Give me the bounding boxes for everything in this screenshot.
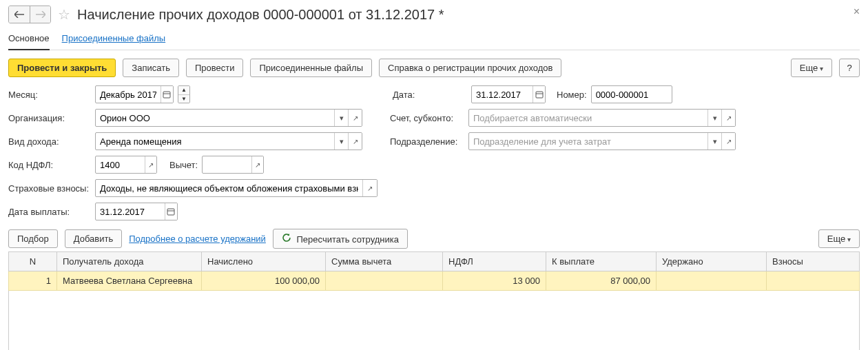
recalc-button[interactable]: Пересчитать сотрудника xyxy=(273,229,408,249)
ndfl-code-input[interactable] xyxy=(96,156,145,173)
number-label: Номер: xyxy=(557,90,587,100)
income-type-dropdown-button[interactable] xyxy=(334,133,348,150)
data-grid: N Получатель дохода Начислено Сумма выче… xyxy=(8,251,860,291)
month-label: Месяц: xyxy=(8,90,91,100)
month-input[interactable] xyxy=(96,86,161,103)
calendar-icon xyxy=(163,90,171,99)
svg-rect-4 xyxy=(167,209,174,215)
income-type-open-button[interactable] xyxy=(348,133,362,150)
pick-button[interactable]: Подбор xyxy=(8,229,58,248)
organization-input[interactable] xyxy=(96,110,334,126)
col-deduction[interactable]: Сумма вычета xyxy=(326,252,443,271)
month-up-button[interactable]: ▲ xyxy=(178,86,189,94)
income-type-label: Вид дохода: xyxy=(8,136,91,147)
cell-contrib xyxy=(767,271,860,291)
attached-files-button[interactable]: Присоединенные файлы xyxy=(250,59,372,77)
more-button[interactable]: Еще xyxy=(791,59,832,77)
svg-rect-2 xyxy=(536,92,543,98)
tab-main[interactable]: Основное xyxy=(8,30,50,50)
open-external-icon xyxy=(726,114,732,122)
cell-n: 1 xyxy=(9,271,57,291)
insurance-input[interactable] xyxy=(96,180,362,196)
certificate-button[interactable]: Справка о регистрации прочих доходов xyxy=(379,59,561,77)
ndfl-code-open-button[interactable] xyxy=(145,156,156,173)
table-row[interactable]: 1 Матвеева Светлана Сергеевна 100 000,00… xyxy=(9,271,860,291)
col-to-pay[interactable]: К выплате xyxy=(546,252,657,271)
open-external-icon xyxy=(726,137,732,145)
month-down-button[interactable]: ▼ xyxy=(178,94,189,103)
cell-to-pay: 87 000,00 xyxy=(546,271,657,291)
col-contrib[interactable]: Взносы xyxy=(767,252,860,271)
favorite-star-icon[interactable]: ☆ xyxy=(56,7,72,22)
organization-dropdown-button[interactable] xyxy=(334,110,348,126)
open-external-icon xyxy=(353,137,358,145)
department-open-button[interactable] xyxy=(721,133,735,150)
table-more-button[interactable]: Еще xyxy=(818,229,860,248)
date-calendar-button[interactable] xyxy=(533,86,545,103)
department-dropdown-button[interactable] xyxy=(707,133,721,150)
deduction-input[interactable] xyxy=(203,156,251,173)
col-recipient[interactable]: Получатель дохода xyxy=(57,252,202,271)
details-link[interactable]: Подробнее о расчете удержаний xyxy=(129,234,266,244)
pay-date-calendar-button[interactable] xyxy=(165,203,177,220)
svg-rect-0 xyxy=(163,92,170,98)
deduction-open-button[interactable] xyxy=(251,156,263,173)
organization-label: Организация: xyxy=(8,113,91,123)
department-label: Подразделение: xyxy=(390,136,464,147)
main-toolbar: Провести и закрыть Записать Провести При… xyxy=(8,59,860,77)
date-input[interactable] xyxy=(472,86,533,103)
account-dropdown-button[interactable] xyxy=(707,110,721,126)
pay-date-input[interactable] xyxy=(96,203,165,220)
insurance-label: Страховые взносы: xyxy=(8,183,91,194)
arrow-left-icon xyxy=(14,11,24,18)
close-button[interactable]: × xyxy=(854,6,860,18)
open-external-icon xyxy=(367,184,373,192)
income-type-input[interactable] xyxy=(96,133,334,150)
organization-open-button[interactable] xyxy=(348,110,362,126)
month-calendar-button[interactable] xyxy=(161,86,173,103)
tabs: Основное Присоединенные файлы xyxy=(8,26,860,50)
open-external-icon xyxy=(255,161,260,169)
table-toolbar: Подбор Добавить Подробнее о расчете удер… xyxy=(8,229,860,249)
open-external-icon xyxy=(148,161,154,169)
page-title: Начисление прочих доходов 0000-000001 от… xyxy=(77,7,444,23)
post-button[interactable]: Провести xyxy=(186,59,244,77)
nav-back-button[interactable] xyxy=(9,6,30,23)
refresh-icon xyxy=(282,233,291,243)
add-button[interactable]: Добавить xyxy=(65,229,122,248)
deduction-label: Вычет: xyxy=(169,160,198,170)
calendar-icon xyxy=(535,90,544,99)
help-button[interactable]: ? xyxy=(839,59,860,77)
grid-empty-area[interactable] xyxy=(8,291,860,350)
cell-withheld xyxy=(657,271,767,291)
insurance-open-button[interactable] xyxy=(362,180,377,196)
nav-forward-button[interactable] xyxy=(30,6,50,23)
recalc-label: Пересчитать сотрудника xyxy=(297,234,399,245)
col-n[interactable]: N xyxy=(9,252,57,271)
number-input[interactable] xyxy=(592,86,672,103)
account-open-button[interactable] xyxy=(721,110,735,126)
account-label: Счет, субконто: xyxy=(390,113,464,123)
month-spinner: ▲ ▼ xyxy=(178,85,190,103)
pay-date-label: Дата выплаты: xyxy=(8,207,91,217)
arrow-right-icon xyxy=(36,11,45,18)
department-input[interactable] xyxy=(469,133,707,150)
open-external-icon xyxy=(353,114,358,122)
cell-recipient: Матвеева Светлана Сергеевна xyxy=(57,271,202,291)
post-and-close-button[interactable]: Провести и закрыть xyxy=(8,59,116,77)
save-button[interactable]: Записать xyxy=(123,59,179,77)
col-ndfl[interactable]: НДФЛ xyxy=(443,252,546,271)
cell-deduction xyxy=(326,271,443,291)
col-accrued[interactable]: Начислено xyxy=(202,252,326,271)
cell-ndfl: 13 000 xyxy=(443,271,546,291)
account-input[interactable] xyxy=(469,110,707,126)
tab-files[interactable]: Присоединенные файлы xyxy=(62,30,166,50)
nav-group xyxy=(8,6,51,23)
cell-accrued: 100 000,00 xyxy=(202,271,326,291)
col-withheld[interactable]: Удержано xyxy=(657,252,767,271)
date-label: Дата: xyxy=(393,90,467,100)
calendar-icon xyxy=(167,207,175,216)
ndfl-code-label: Код НДФЛ: xyxy=(8,160,91,170)
